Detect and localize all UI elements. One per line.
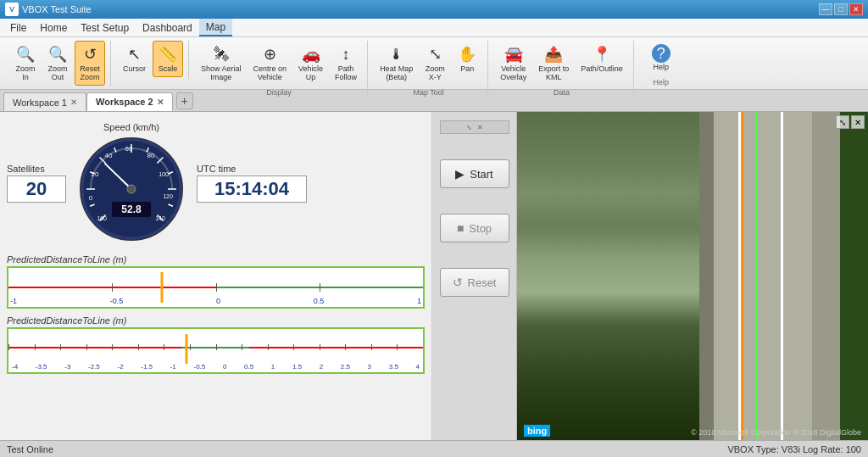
menu-home[interactable]: Home xyxy=(33,19,74,36)
map-panel: ⤡ ✕ bing © 2018 Microsoft Corporation © … xyxy=(517,112,868,440)
bing-logo: bing xyxy=(524,425,550,437)
show-aerial-button[interactable]: 🛰 Show AerialImage xyxy=(196,41,247,86)
dist2-l13: 2 xyxy=(320,363,323,371)
reset-zoom-icon: ↺ xyxy=(80,44,100,64)
close-button[interactable]: ✕ xyxy=(849,3,863,15)
satellites-value: 20 xyxy=(7,176,66,203)
vehicle-up-button[interactable]: 🚗 VehicleUp xyxy=(293,41,328,86)
status-right: VBOX Type: V83i Log Rate: 100 xyxy=(727,444,861,454)
export-label: Export toKML xyxy=(538,65,569,82)
reset-button[interactable]: ↺ Reset xyxy=(440,268,509,297)
scale-button[interactable]: 📏 Scale xyxy=(153,41,183,77)
svg-text:0: 0 xyxy=(89,194,93,202)
start-button[interactable]: ▶ Start xyxy=(440,159,509,188)
main-content: Satellites 20 Speed (km/h) xyxy=(0,112,868,440)
heatmap-icon: 🌡 xyxy=(387,44,407,64)
satellites-box: Satellites 20 xyxy=(7,164,66,203)
dist2-l12: 1.5 xyxy=(292,363,302,371)
speedometer: 0 20 40 60 80 100 120 140 160 xyxy=(76,134,186,244)
menu-test-setup[interactable]: Test Setup xyxy=(74,19,136,36)
map-expand-btn[interactable]: ⤡ xyxy=(836,115,849,129)
zoom-out-label: ZoomOut xyxy=(47,65,67,82)
display-group-label: Display xyxy=(266,88,292,97)
aerial-icon: 🛰 xyxy=(211,44,231,64)
zoom-in-button[interactable]: 🔍 ZoomIn xyxy=(10,41,41,86)
vehicle-up-label: VehicleUp xyxy=(298,65,323,82)
zoom-out-button[interactable]: 🔍 ZoomOut xyxy=(42,41,73,86)
vehicle-overlay-button[interactable]: 🚘 VehicleOverlay xyxy=(495,41,531,86)
dist2-l2: -3.5 xyxy=(36,363,47,371)
svg-text:80: 80 xyxy=(147,152,155,159)
zoom-xy-button[interactable]: ⤡ ZoomX-Y xyxy=(420,41,450,86)
svg-text:60: 60 xyxy=(125,145,133,153)
centre-vehicle-button[interactable]: ⊕ Centre onVehicle xyxy=(248,41,292,86)
add-workspace-tab[interactable]: + xyxy=(176,92,193,109)
path-follow-label: PathFollow xyxy=(335,65,357,82)
middle-panel: ⤡✕ ▶ Start ■ Stop ↺ Reset xyxy=(432,112,517,440)
help-button[interactable]: ? Help xyxy=(647,41,676,75)
workspace-tab-1[interactable]: Workspace 1 ✕ xyxy=(3,92,86,111)
zoom-out-icon: 🔍 xyxy=(47,44,68,64)
dist1-label-min: -1 xyxy=(10,297,17,305)
dist2-l8: -0.5 xyxy=(193,363,205,371)
dist2-l7: -1 xyxy=(170,363,176,371)
svg-text:20: 20 xyxy=(92,170,99,178)
cursor-label: Cursor xyxy=(123,65,146,74)
menu-map[interactable]: Map xyxy=(199,19,232,36)
reset-zoom-button[interactable]: ↺ ResetZoom xyxy=(75,41,105,86)
zoom-xy-icon: ⤡ xyxy=(425,44,445,64)
utc-label: UTC time xyxy=(197,164,307,174)
dist2-l10: 0.5 xyxy=(244,363,253,371)
bing-watermark: bing xyxy=(524,425,550,437)
app-icon: V xyxy=(5,3,19,16)
help-group-label: Help xyxy=(653,78,669,86)
export-kml-button[interactable]: 📤 Export toKML xyxy=(533,41,574,86)
vehicle-up-icon: 🚗 xyxy=(301,44,321,64)
close-tab-1[interactable]: ✕ xyxy=(70,98,77,107)
app-title: VBOX Test Suite xyxy=(22,4,92,14)
data-group-label: Data xyxy=(554,88,570,97)
path-outline-button[interactable]: 📍 Path/Outline xyxy=(576,41,628,86)
cursor-button[interactable]: ↖ Cursor xyxy=(118,41,151,77)
dist2-l3: -3 xyxy=(64,363,70,371)
close-tab-2[interactable]: ✕ xyxy=(157,98,164,107)
dist2-l1: -4 xyxy=(12,363,18,371)
aerial-label: Show AerialImage xyxy=(201,65,242,82)
dist1-label-n05: -0.5 xyxy=(110,297,124,305)
map-copyright: © 2018 Microsoft Corporation © 2018 Digi… xyxy=(691,428,861,437)
path-follow-button[interactable]: ↕ PathFollow xyxy=(330,41,362,86)
menu-file[interactable]: File xyxy=(3,19,33,36)
workspace-tab-2[interactable]: Workspace 2 ✕ xyxy=(86,92,173,111)
help-label: Help xyxy=(653,64,669,72)
scale-label: Scale xyxy=(159,65,178,74)
minimize-button[interactable]: — xyxy=(819,3,832,15)
cursor-icon: ↖ xyxy=(125,44,145,64)
title-bar: V VBOX Test Suite — □ ✕ xyxy=(0,0,868,19)
zoom-xy-label: ZoomX-Y xyxy=(426,65,445,82)
dist-bar-1-section: PredictedDistanceToLine (m) -1 -0.5 0 0.… xyxy=(7,254,425,309)
pan-label: Pan xyxy=(460,65,474,74)
window-controls: — □ ✕ xyxy=(819,3,863,15)
svg-text:52.8: 52.8 xyxy=(121,203,142,215)
menu-dashboard[interactable]: Dashboard xyxy=(136,19,199,36)
heatmap-button[interactable]: 🌡 Heat Map(Beta) xyxy=(375,41,418,86)
zoom-in-icon: 🔍 xyxy=(15,44,36,64)
dist1-label-05: 0.5 xyxy=(314,297,325,305)
stop-button[interactable]: ■ Stop xyxy=(440,214,509,242)
map-close-btn[interactable]: ✕ xyxy=(851,115,865,129)
ribbon-group-zoom: 🔍 ZoomIn 🔍 ZoomOut ↺ ResetZoom xyxy=(5,41,111,87)
svg-point-25 xyxy=(127,185,136,193)
dist1-label-0: 0 xyxy=(216,297,220,305)
ribbon-group-maptool: 🌡 Heat Map(Beta) ⤡ ZoomX-Y ✋ Pan Map Too… xyxy=(370,41,488,97)
left-panel: Satellites 20 Speed (km/h) xyxy=(0,112,432,440)
expand-handle[interactable]: ⤡✕ xyxy=(440,120,509,134)
svg-text:100: 100 xyxy=(159,171,169,177)
pan-button[interactable]: ✋ Pan xyxy=(452,41,482,86)
speed-label: Speed (km/h) xyxy=(103,122,159,132)
overlay-icon: 🚘 xyxy=(504,44,524,64)
menu-bar: File Home Test Setup Dashboard Map xyxy=(0,19,868,37)
dist-bar-2-container: -4 -3.5 -3 -2.5 -2 -1.5 -1 -0.5 0 0.5 1 … xyxy=(7,327,425,374)
svg-text:160: 160 xyxy=(97,215,107,221)
maximize-button[interactable]: □ xyxy=(834,3,848,15)
dist2-l15: 3 xyxy=(368,363,371,371)
